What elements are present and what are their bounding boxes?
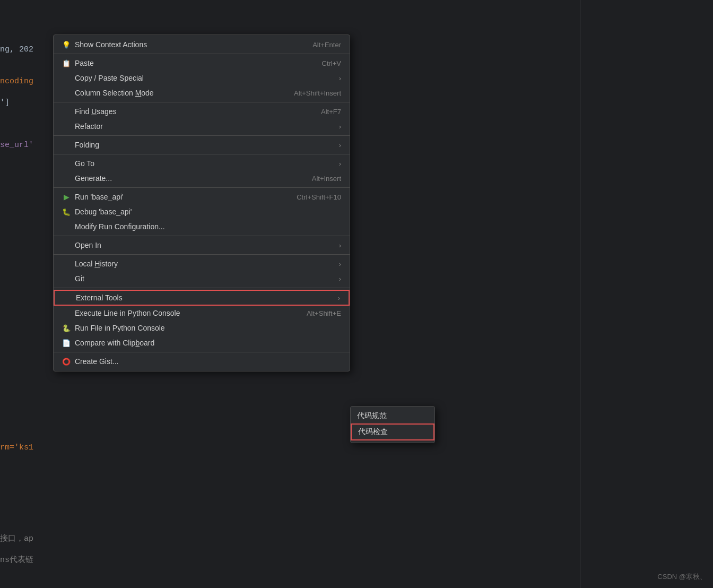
- separator-4: [54, 154, 350, 154]
- shortcut-find-usages: Alt+F7: [321, 108, 341, 116]
- menu-item-generate[interactable]: Generate... Alt+Insert: [54, 171, 350, 186]
- submenu-label-daima-guifan: 代码规范: [357, 411, 387, 421]
- icon-placeholder-col: [62, 89, 71, 97]
- submenu-label-daima-jiancha: 代码检查: [358, 427, 388, 437]
- menu-label-copy-paste-special: Copy / Paste Special: [75, 74, 144, 82]
- menu-item-create-gist[interactable]: ⭕ Create Gist...: [54, 354, 350, 369]
- code-line-base-url: se_url': [0, 141, 33, 150]
- external-tools-submenu: 代码规范 代码检查: [350, 406, 435, 443]
- menu-item-show-context-actions[interactable]: 💡 Show Context Actions Alt+Enter: [54, 37, 350, 52]
- menu-item-paste[interactable]: 📋 Paste Ctrl+V: [54, 56, 350, 71]
- menu-item-local-history[interactable]: Local History ›: [54, 256, 350, 271]
- menu-item-folding[interactable]: Folding ›: [54, 137, 350, 152]
- menu-item-execute-line[interactable]: Execute Line in Python Console Alt+Shift…: [54, 306, 350, 321]
- icon-placeholder-refactor: [62, 122, 71, 131]
- menu-label-modify-run: Modify Run Configuration...: [75, 222, 165, 231]
- menu-label-local-history: Local History: [75, 260, 118, 268]
- menu-label-go-to: Go To: [75, 159, 94, 168]
- shortcut-show-context-actions: Alt+Enter: [312, 41, 341, 49]
- menu-label-find-usages: Find Usages: [75, 107, 117, 116]
- watermark: CSDN @寒秋、: [657, 572, 707, 582]
- menu-item-refactor[interactable]: Refactor ›: [54, 119, 350, 134]
- menu-label-generate: Generate...: [75, 174, 112, 183]
- context-menu: 💡 Show Context Actions Alt+Enter 📋 Paste…: [53, 34, 350, 371]
- menu-label-show-context-actions: Show Context Actions: [75, 40, 147, 49]
- icon-placeholder-open-in: [62, 241, 71, 249]
- menu-item-column-selection[interactable]: Column Selection Mode Alt+Shift+Insert: [54, 85, 350, 100]
- separator-7: [54, 254, 350, 255]
- play-icon: ▶: [62, 193, 71, 201]
- code-line-rm: rm='ks1: [0, 443, 33, 452]
- github-icon: ⭕: [62, 357, 71, 366]
- python-icon: 🐍: [62, 324, 71, 332]
- separator-3: [54, 135, 350, 136]
- menu-label-paste: Paste: [75, 59, 94, 67]
- shortcut-run-base-api: Ctrl+Shift+F10: [297, 193, 341, 201]
- menu-item-copy-paste-special[interactable]: Copy / Paste Special ›: [54, 71, 350, 85]
- menu-item-debug-base-api[interactable]: 🐛 Debug 'base_api': [54, 204, 350, 219]
- code-line-comment2: ns代表链: [0, 555, 33, 565]
- separator-5: [54, 187, 350, 188]
- shortcut-column-selection: Alt+Shift+Insert: [294, 89, 341, 97]
- arrow-local-history: ›: [339, 260, 341, 268]
- arrow-go-to: ›: [339, 160, 341, 168]
- menu-label-open-in: Open In: [75, 241, 101, 249]
- menu-item-external-tools[interactable]: External Tools ›: [54, 290, 350, 306]
- icon-placeholder-find: [62, 107, 71, 116]
- icon-placeholder-execute-line: [62, 309, 71, 317]
- debug-icon: 🐛: [62, 207, 71, 216]
- menu-item-find-usages[interactable]: Find Usages Alt+F7: [54, 104, 350, 119]
- menu-label-refactor: Refactor: [75, 122, 103, 131]
- editor-divider: [580, 0, 580, 588]
- menu-label-column-selection: Column Selection Mode: [75, 89, 154, 97]
- menu-label-compare-clipboard: Compare with Clipboard: [75, 339, 154, 347]
- separator-2: [54, 102, 350, 102]
- menu-label-git: Git: [75, 274, 84, 283]
- menu-item-compare-clipboard[interactable]: 📄 Compare with Clipboard: [54, 335, 350, 350]
- arrow-git: ›: [339, 275, 341, 283]
- separator-1: [54, 54, 350, 54]
- icon-placeholder-copy: [62, 74, 71, 82]
- menu-item-modify-run[interactable]: Modify Run Configuration...: [54, 219, 350, 234]
- separator-9: [54, 352, 350, 352]
- menu-item-open-in[interactable]: Open In ›: [54, 238, 350, 253]
- arrow-folding: ›: [339, 141, 341, 149]
- menu-item-go-to[interactable]: Go To ›: [54, 156, 350, 171]
- icon-placeholder-git: [62, 274, 71, 283]
- shortcut-execute-line: Alt+Shift+E: [307, 309, 341, 317]
- icon-placeholder-folding: [62, 141, 71, 149]
- menu-item-run-file-python[interactable]: 🐍 Run File in Python Console: [54, 321, 350, 335]
- menu-label-debug-base-api: Debug 'base_api': [75, 207, 132, 216]
- icon-placeholder-generate: [62, 174, 71, 183]
- menu-label-execute-line: Execute Line in Python Console: [75, 309, 180, 317]
- shortcut-generate: Alt+Insert: [312, 175, 341, 183]
- icon-placeholder-local-history: [62, 260, 71, 268]
- code-line-encoding: ncoding: [0, 77, 33, 86]
- code-line-bracket: ']: [0, 98, 10, 107]
- arrow-external-tools: ›: [338, 294, 340, 302]
- menu-label-folding: Folding: [75, 141, 99, 149]
- menu-label-run-file-python: Run File in Python Console: [75, 324, 165, 332]
- submenu-item-daima-guifan[interactable]: 代码规范: [351, 409, 434, 423]
- shortcut-paste: Ctrl+V: [322, 59, 341, 67]
- compare-icon: 📄: [62, 339, 71, 347]
- paste-icon: 📋: [62, 59, 71, 67]
- code-line-date: ng, 202: [0, 45, 33, 54]
- menu-label-run-base-api: Run 'base_api': [75, 193, 124, 201]
- arrow-copy-paste: ›: [339, 74, 341, 82]
- arrow-open-in: ›: [339, 241, 341, 249]
- menu-item-git[interactable]: Git ›: [54, 271, 350, 286]
- menu-label-external-tools: External Tools: [76, 293, 123, 302]
- icon-placeholder-external-tools: [63, 293, 72, 302]
- separator-6: [54, 236, 350, 236]
- code-line-comment1: 接口，ap: [0, 533, 33, 543]
- menu-item-run-base-api[interactable]: ▶ Run 'base_api' Ctrl+Shift+F10: [54, 189, 350, 204]
- icon-placeholder-goto: [62, 159, 71, 168]
- separator-8: [54, 288, 350, 288]
- arrow-refactor: ›: [339, 123, 341, 131]
- icon-placeholder-modify: [62, 222, 71, 231]
- submenu-item-daima-jiancha[interactable]: 代码检查: [351, 423, 434, 440]
- bulb-icon: 💡: [62, 40, 71, 49]
- menu-label-create-gist: Create Gist...: [75, 357, 118, 366]
